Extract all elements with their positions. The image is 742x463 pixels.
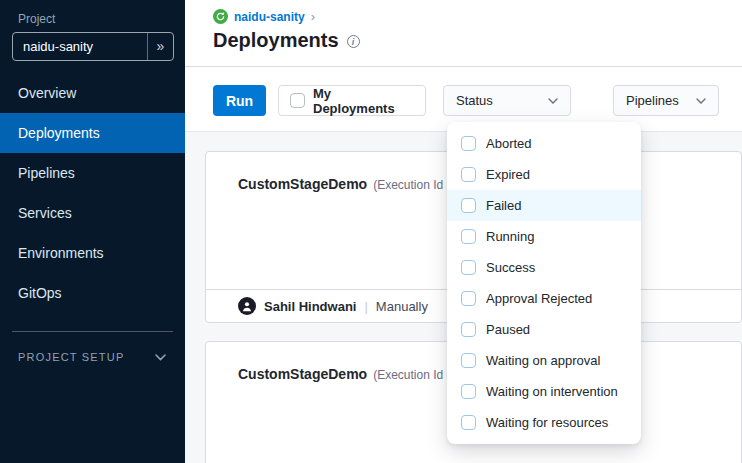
header-divider	[185, 66, 742, 67]
run-button[interactable]: Run	[213, 85, 266, 116]
checkbox[interactable]	[461, 415, 476, 430]
trigger-type: Manually	[376, 299, 428, 314]
status-option-waiting-for-resources[interactable]: Waiting for resources	[447, 407, 641, 438]
pipeline-name[interactable]: CustomStageDemo	[238, 366, 367, 382]
breadcrumb-chevron-icon: ›	[311, 9, 315, 24]
project-selector[interactable]: naidu-sanity »	[12, 32, 174, 61]
my-deployments-checkbox[interactable]	[290, 93, 305, 108]
status-option-label: Failed	[486, 198, 521, 213]
chevron-down-icon	[155, 354, 166, 361]
sidebar-item-pipelines[interactable]: Pipelines	[0, 153, 185, 193]
execution-id-label: (Execution Id	[373, 178, 443, 192]
checkbox[interactable]	[461, 384, 476, 399]
status-option-approval-rejected[interactable]: Approval Rejected	[447, 283, 641, 314]
breadcrumb-project-link[interactable]: naidu-sanity	[234, 10, 305, 24]
checkbox[interactable]	[461, 260, 476, 275]
execution-id-label: (Execution Id	[373, 368, 443, 382]
sidebar-item-environments[interactable]: Environments	[0, 233, 185, 273]
status-option-label: Success	[486, 260, 535, 275]
my-deployments-label: My Deployments	[313, 86, 414, 116]
sidebar-item-label: Deployments	[18, 125, 100, 141]
main-content: naidu-sanity › Deployments i Run My Depl…	[185, 0, 742, 463]
status-option-label: Paused	[486, 322, 530, 337]
status-option-label: Aborted	[486, 136, 532, 151]
status-filter-label: Status	[456, 93, 493, 108]
sidebar-item-label: Overview	[18, 85, 76, 101]
status-option-label: Expired	[486, 167, 530, 182]
info-icon[interactable]: i	[347, 35, 360, 48]
page-title: Deployments	[213, 29, 339, 52]
sidebar-item-services[interactable]: Services	[0, 193, 185, 233]
status-option-label: Approval Rejected	[486, 291, 592, 306]
checkbox[interactable]	[461, 198, 476, 213]
status-option-label: Waiting on approval	[486, 353, 600, 368]
status-filter-menu: Aborted Expired Failed Running Success A…	[447, 122, 641, 444]
user-avatar-icon	[238, 297, 256, 315]
sidebar: Project naidu-sanity » Overview Deployme…	[0, 0, 185, 463]
my-deployments-toggle[interactable]: My Deployments	[278, 85, 426, 116]
double-chevron-icon[interactable]: »	[147, 33, 173, 60]
status-option-aborted[interactable]: Aborted	[447, 128, 641, 159]
sidebar-nav: Overview Deployments Pipelines Services …	[0, 73, 185, 313]
footer-separator: |	[364, 299, 367, 314]
checkbox[interactable]	[461, 291, 476, 306]
chevron-down-icon	[696, 98, 706, 104]
checkbox[interactable]	[461, 322, 476, 337]
checkbox[interactable]	[461, 167, 476, 182]
status-option-expired[interactable]: Expired	[447, 159, 641, 190]
project-label: Project	[18, 12, 55, 26]
checkbox[interactable]	[461, 136, 476, 151]
sidebar-item-deployments[interactable]: Deployments	[0, 113, 185, 153]
sidebar-item-gitops[interactable]: GitOps	[0, 273, 185, 313]
project-setup-label: PROJECT SETUP	[18, 351, 124, 363]
sidebar-item-label: Services	[18, 205, 72, 221]
status-option-label: Waiting for resources	[486, 415, 608, 430]
chevron-down-icon	[548, 98, 558, 104]
status-option-label: Waiting on intervention	[486, 384, 618, 399]
checkbox[interactable]	[461, 353, 476, 368]
project-setup-toggle[interactable]: PROJECT SETUP	[18, 347, 166, 367]
status-option-label: Running	[486, 229, 534, 244]
pipelines-filter-label: Pipelines	[626, 93, 679, 108]
pipeline-name[interactable]: CustomStageDemo	[238, 176, 367, 192]
sidebar-item-label: Pipelines	[18, 165, 75, 181]
sidebar-item-label: Environments	[18, 245, 104, 261]
checkbox[interactable]	[461, 229, 476, 244]
cd-module-icon	[213, 9, 228, 24]
status-option-waiting-on-intervention[interactable]: Waiting on intervention	[447, 376, 641, 407]
status-option-waiting-on-approval[interactable]: Waiting on approval	[447, 345, 641, 376]
pipelines-filter-dropdown[interactable]: Pipelines	[613, 85, 719, 116]
status-option-paused[interactable]: Paused	[447, 314, 641, 345]
breadcrumb: naidu-sanity ›	[213, 9, 315, 24]
sidebar-divider	[12, 331, 173, 332]
sidebar-item-overview[interactable]: Overview	[0, 73, 185, 113]
project-name: naidu-sanity	[13, 39, 147, 54]
sidebar-item-label: GitOps	[18, 285, 62, 301]
status-option-running[interactable]: Running	[447, 221, 641, 252]
triggered-by-name: Sahil Hindwani	[264, 299, 356, 314]
status-option-success[interactable]: Success	[447, 252, 641, 283]
status-filter-dropdown[interactable]: Status	[443, 85, 571, 116]
status-option-failed[interactable]: Failed	[447, 190, 641, 221]
title-row: Deployments i	[213, 29, 360, 52]
